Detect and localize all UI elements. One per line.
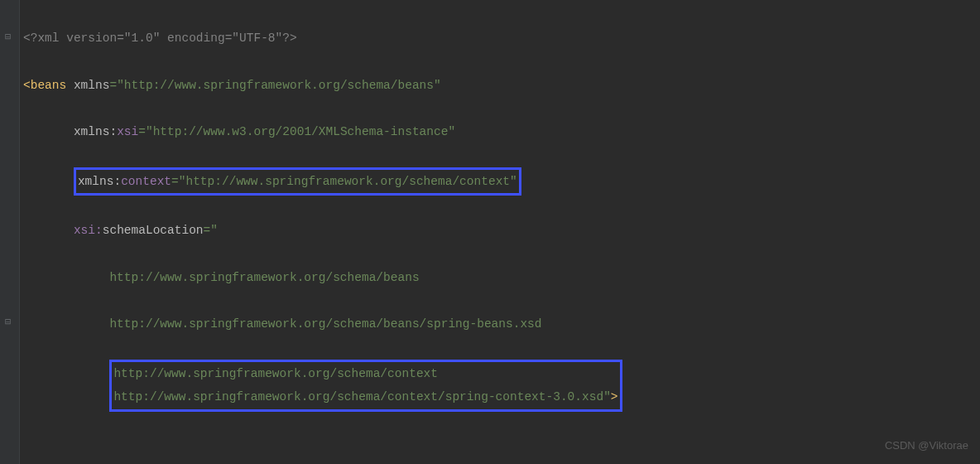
beans-open: <beans xmlns="http://www.springframework… (23, 74, 980, 97)
schema-location: xsi:schemaLocation=" (23, 219, 980, 242)
fold-handle[interactable]: ⊟ (5, 313, 11, 332)
fold-handle[interactable]: ⊟ (5, 28, 11, 47)
code-editor[interactable]: <?xml version="1.0" encoding="UTF-8"?> <… (20, 0, 980, 464)
schema-line: http://www.springframework.org/schema/co… (23, 360, 980, 412)
schema-line: http://www.springframework.org/schema/be… (23, 312, 980, 336)
schema-line: http://www.springframework.org/schema/be… (23, 266, 980, 289)
highlight-box-blue: xmlns:context="http://www.springframewor… (74, 167, 521, 196)
blank-line (23, 435, 980, 458)
xml-pi: <?xml version="1.0" encoding="UTF-8"?> (23, 27, 980, 50)
xmlns-xsi: xmlns:xsi="http://www.w3.org/2001/XMLSch… (23, 120, 980, 143)
xmlns-context: xmlns:context="http://www.springframewor… (23, 167, 980, 196)
gutter: ⊟ ⊟ (0, 0, 20, 464)
highlight-box-blue: http://www.springframework.org/schema/co… (109, 360, 622, 412)
watermark: CSDN @Viktorae (885, 435, 968, 456)
